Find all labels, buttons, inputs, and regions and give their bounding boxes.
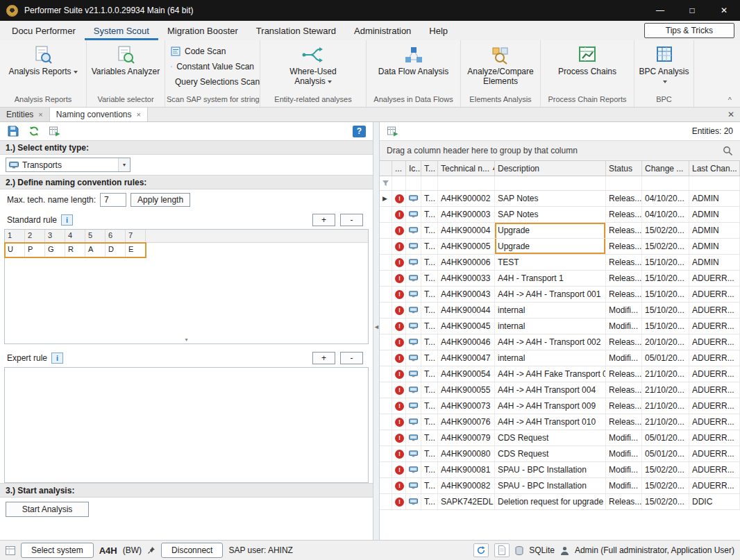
expert-rule-remove-button[interactable]: - — [340, 352, 363, 364]
pin-icon[interactable] — [147, 546, 155, 554]
column-header-description[interactable]: Description — [495, 161, 606, 176]
table-row[interactable]: ! T... A4HK900033 A4H - Transport 1 Rele… — [380, 271, 740, 287]
filter-cell[interactable] — [392, 176, 406, 190]
table-row[interactable]: ! T... SAPK742EDL Deletion request for u… — [380, 494, 740, 510]
column-header-change-date[interactable]: Change ... — [642, 161, 689, 176]
table-row[interactable]: ! T... A4HK900076 A4H -> A4H Transport 0… — [380, 414, 740, 430]
table-row[interactable]: ! T... A4HK900003 SAP Notes Releas... 04… — [380, 207, 740, 223]
splitter-collapse-icon[interactable]: ◄ — [373, 323, 380, 330]
column-header-last-changed-by[interactable]: Last Chan... — [689, 161, 740, 176]
data-flow-analysis-button[interactable]: Data Flow Analysis — [376, 40, 451, 95]
table-row[interactable]: ! T... A4HK900079 CDS Request Modifi... … — [380, 430, 740, 446]
table-row[interactable]: ! T... A4HK900004 Upgrade Releas... 15/0… — [380, 223, 740, 239]
save-button[interactable] — [7, 125, 19, 137]
table-row[interactable]: ▶ ! T... A4HK900002 SAP Notes Releas... … — [380, 191, 740, 207]
query-selections-scan-button[interactable]: Query Selections Scan — [167, 74, 258, 89]
rule-value-cell[interactable]: D — [106, 243, 126, 257]
table-row[interactable]: ! T... A4HK900005 Upgrade Releas... 15/0… — [380, 239, 740, 255]
filter-cell[interactable] — [642, 176, 689, 190]
standard-rule-add-button[interactable]: + — [312, 214, 335, 226]
where-used-analysis-button[interactable]: Where-Used Analysis — [273, 40, 353, 95]
sync-button[interactable] — [473, 543, 489, 557]
chevron-down-icon[interactable]: ▾ — [118, 158, 130, 171]
help-button[interactable]: ? — [353, 126, 366, 137]
apply-length-button[interactable]: Apply length — [131, 193, 190, 207]
cell-technical-name: A4HK900080 — [438, 446, 495, 461]
standard-rule-remove-button[interactable]: - — [340, 214, 363, 226]
table-row[interactable]: ! T... A4HK900044 internal Modifi... 15/… — [380, 303, 740, 319]
tips-tricks-button[interactable]: Tips & Tricks — [644, 23, 734, 38]
column-header-dots[interactable]: ... — [392, 161, 406, 176]
tab-naming-conventions[interactable]: Naming conventions × — [50, 108, 148, 121]
column-header-status[interactable]: Status — [606, 161, 642, 176]
entity-type-dropdown[interactable]: Transports ▾ — [6, 158, 131, 172]
filter-cell[interactable] — [438, 176, 495, 190]
filter-cell[interactable] — [380, 176, 392, 190]
table-row[interactable]: ! T... A4HK900047 internal Modifi... 05/… — [380, 350, 740, 366]
table-row[interactable]: ! T... A4HK900046 A4H -> A4H - Transport… — [380, 334, 740, 350]
close-button[interactable]: ✕ — [708, 0, 740, 21]
column-header-indicator[interactable] — [380, 161, 392, 176]
menu-tab[interactable]: Help — [420, 21, 457, 40]
rule-value-cell[interactable]: G — [45, 243, 65, 257]
info-icon[interactable]: i — [61, 214, 73, 226]
filter-cell[interactable] — [421, 176, 438, 190]
export-button[interactable] — [49, 125, 61, 137]
analysis-reports-button[interactable]: Analysis Reports — [6, 40, 80, 95]
standard-rule-row[interactable]: U P G R A D E — [5, 243, 146, 257]
table-row[interactable]: ! T... A4HK900081 SPAU - BPC Installatio… — [380, 462, 740, 478]
code-scan-button[interactable]: Code Scan — [167, 44, 258, 58]
table-row[interactable]: ! T... A4HK900082 SPAU - BPC Installatio… — [380, 478, 740, 494]
tab-close-icon[interactable]: × — [38, 110, 42, 119]
search-icon[interactable] — [723, 146, 733, 156]
rule-value-cell[interactable]: R — [65, 243, 85, 257]
column-header-icon[interactable]: Ic... — [406, 161, 421, 176]
panel-splitter[interactable]: ◄ — [373, 122, 380, 540]
table-row[interactable]: ! T... A4HK900054 A4H -> A4H Fake Transp… — [380, 366, 740, 382]
rule-value-cell[interactable]: E — [126, 243, 146, 257]
filter-cell[interactable] — [495, 176, 606, 190]
table-row[interactable]: ! T... A4HK900080 CDS Request Modifi... … — [380, 446, 740, 462]
filter-cell[interactable] — [689, 176, 740, 190]
rule-value-cell[interactable]: P — [25, 243, 45, 257]
bpc-analysis-button[interactable]: BPC Analysis — [634, 40, 693, 95]
menu-tab[interactable]: Migration Booster — [158, 21, 247, 40]
column-header-technical-name[interactable]: Technical n... ▲ — [438, 161, 495, 176]
variables-analyzer-button[interactable]: Variables Analyzer — [89, 40, 163, 95]
table-row[interactable]: ! T... A4HK900073 A4H -> A4H Transport 0… — [380, 398, 740, 414]
filter-cell[interactable] — [406, 176, 421, 190]
menu-tab[interactable]: System Scout — [85, 21, 158, 40]
analyze-compare-elements-button[interactable]: Analyze/Compare Elements — [461, 40, 540, 95]
ribbon-collapse-icon[interactable]: ^ — [728, 96, 732, 104]
table-row[interactable]: ! T... A4HK900055 A4H -> A4H Transport 0… — [380, 382, 740, 398]
rule-value-cell[interactable]: U — [5, 243, 25, 257]
menu-tab[interactable]: Docu Performer — [3, 21, 85, 40]
expert-rule-add-button[interactable]: + — [312, 352, 335, 364]
collapse-hint-icon[interactable]: ▾ — [185, 337, 187, 343]
process-chains-button[interactable]: Process Chains — [555, 40, 619, 95]
max-length-input[interactable]: 7 — [100, 193, 126, 207]
select-system-button[interactable]: Select system — [21, 543, 94, 558]
panel-close-icon[interactable]: ✕ — [728, 108, 734, 121]
refresh-button[interactable] — [28, 125, 40, 137]
menu-tab[interactable]: Translation Steward — [247, 21, 345, 40]
tab-entities[interactable]: Entities × — [0, 108, 50, 121]
minimize-button[interactable]: — — [644, 0, 676, 21]
rule-value-cell[interactable]: A — [85, 243, 106, 257]
log-button[interactable] — [494, 543, 510, 557]
constant-value-scan-button[interactable]: Constant Value Scan — [167, 59, 258, 74]
cell-icon — [406, 382, 421, 398]
disconnect-button[interactable]: Disconnect — [161, 543, 223, 558]
cell-indicator — [380, 494, 392, 509]
start-analysis-button[interactable]: Start Analysis — [6, 502, 89, 517]
table-row[interactable]: ! T... A4HK900006 TEST Releas... 15/10/2… — [380, 255, 740, 271]
filter-cell[interactable] — [606, 176, 642, 190]
column-header-type[interactable]: T... — [421, 161, 438, 176]
table-row[interactable]: ! T... A4HK900045 internal Modifi... 15/… — [380, 319, 740, 334]
menu-tab[interactable]: Administration — [345, 21, 420, 40]
maximize-button[interactable]: □ — [676, 0, 708, 21]
tab-close-icon[interactable]: × — [137, 110, 141, 119]
export-button[interactable] — [387, 125, 399, 137]
info-icon[interactable]: i — [51, 353, 63, 364]
table-row[interactable]: ! T... A4HK900043 A4H -> A4H - Transport… — [380, 287, 740, 303]
